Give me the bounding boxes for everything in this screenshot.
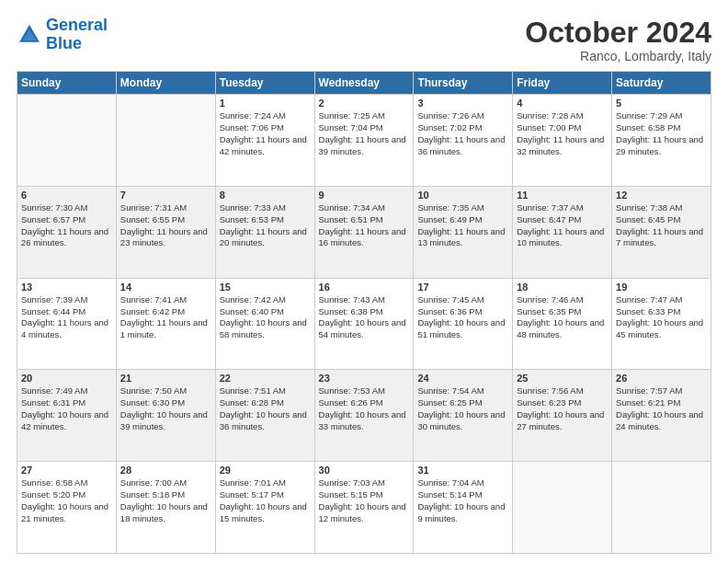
week-row-5: 27Sunrise: 6:58 AM Sunset: 5:20 PM Dayli… [17, 462, 711, 554]
header: General Blue October 2024 Ranco, Lombard… [17, 17, 711, 63]
calendar-cell: 28Sunrise: 7:00 AM Sunset: 5:18 PM Dayli… [116, 462, 215, 554]
calendar-table: SundayMondayTuesdayWednesdayThursdayFrid… [17, 71, 711, 554]
month-title: October 2024 [525, 17, 711, 49]
day-number: 25 [517, 373, 608, 384]
calendar-cell: 15Sunrise: 7:42 AM Sunset: 6:40 PM Dayli… [215, 278, 314, 370]
day-number: 28 [120, 465, 211, 476]
day-content: Sunrise: 7:51 AM Sunset: 6:28 PM Dayligh… [220, 385, 311, 432]
day-content: Sunrise: 7:50 AM Sunset: 6:30 PM Dayligh… [120, 385, 211, 432]
day-number: 3 [417, 98, 508, 109]
calendar-cell: 31Sunrise: 7:04 AM Sunset: 5:14 PM Dayli… [414, 462, 513, 554]
weekday-header-saturday: Saturday [612, 72, 711, 95]
calendar-cell: 27Sunrise: 6:58 AM Sunset: 5:20 PM Dayli… [17, 462, 117, 554]
calendar-cell: 20Sunrise: 7:49 AM Sunset: 6:31 PM Dayli… [17, 370, 117, 462]
day-content: Sunrise: 6:58 AM Sunset: 5:20 PM Dayligh… [21, 477, 112, 524]
day-content: Sunrise: 7:38 AM Sunset: 6:45 PM Dayligh… [616, 202, 707, 249]
calendar-cell: 18Sunrise: 7:46 AM Sunset: 6:35 PM Dayli… [513, 278, 612, 370]
day-number: 31 [417, 465, 508, 476]
calendar-cell: 25Sunrise: 7:56 AM Sunset: 6:23 PM Dayli… [513, 370, 612, 462]
calendar-cell: 12Sunrise: 7:38 AM Sunset: 6:45 PM Dayli… [612, 186, 711, 278]
calendar-cell: 26Sunrise: 7:57 AM Sunset: 6:21 PM Dayli… [612, 370, 711, 462]
calendar-cell: 13Sunrise: 7:39 AM Sunset: 6:44 PM Dayli… [17, 278, 117, 370]
calendar-cell [17, 95, 117, 187]
day-number: 21 [120, 373, 211, 384]
day-number: 22 [220, 373, 311, 384]
day-number: 7 [120, 190, 211, 201]
calendar-cell [116, 95, 215, 187]
logo-text: General Blue [46, 17, 108, 53]
calendar-cell: 23Sunrise: 7:53 AM Sunset: 6:26 PM Dayli… [314, 370, 414, 462]
day-number: 12 [616, 190, 707, 201]
calendar-cell: 17Sunrise: 7:45 AM Sunset: 6:36 PM Dayli… [414, 278, 513, 370]
calendar-cell: 4Sunrise: 7:28 AM Sunset: 7:00 PM Daylig… [513, 95, 612, 187]
weekday-header-sunday: Sunday [17, 72, 117, 95]
week-row-3: 13Sunrise: 7:39 AM Sunset: 6:44 PM Dayli… [17, 278, 711, 370]
day-content: Sunrise: 7:49 AM Sunset: 6:31 PM Dayligh… [21, 385, 112, 432]
day-number: 1 [220, 98, 311, 109]
location-subtitle: Ranco, Lombardy, Italy [525, 49, 711, 63]
week-row-2: 6Sunrise: 7:30 AM Sunset: 6:57 PM Daylig… [17, 186, 711, 278]
day-number: 4 [517, 98, 608, 109]
calendar-cell: 8Sunrise: 7:33 AM Sunset: 6:53 PM Daylig… [215, 186, 314, 278]
calendar-cell [513, 462, 612, 554]
day-number: 23 [319, 373, 410, 384]
calendar-cell: 24Sunrise: 7:54 AM Sunset: 6:25 PM Dayli… [414, 370, 513, 462]
day-content: Sunrise: 7:29 AM Sunset: 6:58 PM Dayligh… [616, 110, 707, 157]
logo-line2: Blue [46, 34, 82, 52]
day-number: 17 [417, 282, 508, 293]
day-content: Sunrise: 7:25 AM Sunset: 7:04 PM Dayligh… [319, 110, 410, 157]
calendar-cell: 30Sunrise: 7:03 AM Sunset: 5:15 PM Dayli… [314, 462, 414, 554]
calendar-cell: 9Sunrise: 7:34 AM Sunset: 6:51 PM Daylig… [314, 186, 414, 278]
day-content: Sunrise: 7:03 AM Sunset: 5:15 PM Dayligh… [319, 477, 410, 524]
day-content: Sunrise: 7:35 AM Sunset: 6:49 PM Dayligh… [417, 202, 508, 249]
title-block: October 2024 Ranco, Lombardy, Italy [525, 17, 711, 63]
logo: General Blue [17, 17, 108, 53]
calendar-cell: 11Sunrise: 7:37 AM Sunset: 6:47 PM Dayli… [513, 186, 612, 278]
day-number: 18 [517, 282, 608, 293]
day-content: Sunrise: 7:43 AM Sunset: 6:38 PM Dayligh… [319, 294, 410, 341]
calendar-cell: 21Sunrise: 7:50 AM Sunset: 6:30 PM Dayli… [116, 370, 215, 462]
day-content: Sunrise: 7:37 AM Sunset: 6:47 PM Dayligh… [517, 202, 608, 249]
day-content: Sunrise: 7:33 AM Sunset: 6:53 PM Dayligh… [220, 202, 311, 249]
weekday-header-monday: Monday [116, 72, 215, 95]
day-number: 30 [319, 465, 410, 476]
day-number: 14 [120, 282, 211, 293]
calendar-cell: 10Sunrise: 7:35 AM Sunset: 6:49 PM Dayli… [414, 186, 513, 278]
day-number: 29 [220, 465, 311, 476]
weekday-header-tuesday: Tuesday [215, 72, 314, 95]
day-number: 11 [517, 190, 608, 201]
day-content: Sunrise: 7:42 AM Sunset: 6:40 PM Dayligh… [220, 294, 311, 341]
day-number: 26 [616, 373, 707, 384]
day-content: Sunrise: 7:53 AM Sunset: 6:26 PM Dayligh… [319, 385, 410, 432]
day-content: Sunrise: 7:24 AM Sunset: 7:06 PM Dayligh… [220, 110, 311, 157]
calendar-cell: 22Sunrise: 7:51 AM Sunset: 6:28 PM Dayli… [215, 370, 314, 462]
day-content: Sunrise: 7:28 AM Sunset: 7:00 PM Dayligh… [517, 110, 608, 157]
day-number: 19 [616, 282, 707, 293]
day-content: Sunrise: 7:34 AM Sunset: 6:51 PM Dayligh… [319, 202, 410, 249]
day-content: Sunrise: 7:26 AM Sunset: 7:02 PM Dayligh… [417, 110, 508, 157]
day-number: 5 [616, 98, 707, 109]
day-number: 13 [21, 282, 112, 293]
weekday-header-friday: Friday [513, 72, 612, 95]
weekday-header-row: SundayMondayTuesdayWednesdayThursdayFrid… [17, 72, 711, 95]
day-content: Sunrise: 7:39 AM Sunset: 6:44 PM Dayligh… [21, 294, 112, 341]
day-content: Sunrise: 7:46 AM Sunset: 6:35 PM Dayligh… [517, 294, 608, 341]
calendar-cell: 14Sunrise: 7:41 AM Sunset: 6:42 PM Dayli… [116, 278, 215, 370]
day-content: Sunrise: 7:01 AM Sunset: 5:17 PM Dayligh… [220, 477, 311, 524]
calendar-cell: 5Sunrise: 7:29 AM Sunset: 6:58 PM Daylig… [612, 95, 711, 187]
logo-line1: General [46, 16, 108, 34]
calendar-cell: 1Sunrise: 7:24 AM Sunset: 7:06 PM Daylig… [215, 95, 314, 187]
day-number: 10 [417, 190, 508, 201]
day-content: Sunrise: 7:45 AM Sunset: 6:36 PM Dayligh… [417, 294, 508, 341]
day-content: Sunrise: 7:41 AM Sunset: 6:42 PM Dayligh… [120, 294, 211, 341]
weekday-header-thursday: Thursday [414, 72, 513, 95]
day-number: 6 [21, 190, 112, 201]
week-row-1: 1Sunrise: 7:24 AM Sunset: 7:06 PM Daylig… [17, 95, 711, 187]
calendar-cell: 2Sunrise: 7:25 AM Sunset: 7:04 PM Daylig… [314, 95, 414, 187]
day-number: 24 [417, 373, 508, 384]
calendar-cell [612, 462, 711, 554]
weekday-header-wednesday: Wednesday [314, 72, 414, 95]
day-content: Sunrise: 7:00 AM Sunset: 5:18 PM Dayligh… [120, 477, 211, 524]
calendar-cell: 3Sunrise: 7:26 AM Sunset: 7:02 PM Daylig… [414, 95, 513, 187]
calendar-cell: 16Sunrise: 7:43 AM Sunset: 6:38 PM Dayli… [314, 278, 414, 370]
